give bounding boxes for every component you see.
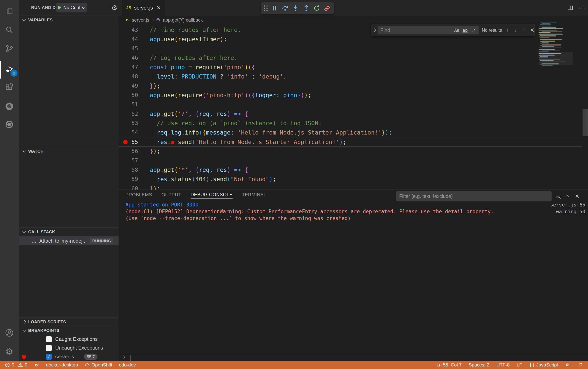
search-icon[interactable] [0,21,19,39]
kubernetes-icon[interactable] [0,98,19,115]
console-source-link[interactable]: server.js:65 [550,201,585,208]
source-control-icon[interactable] [0,40,19,57]
odo-dev-item[interactable]: odo-dev [119,362,136,368]
code-line-57[interactable]: 57 [119,156,582,165]
find-next-icon[interactable]: ↓ [514,27,517,33]
debug-status-icon[interactable] [34,362,40,368]
breakpoint-row[interactable]: Caught Exceptions [19,335,119,344]
code-line-53[interactable]: 53 // Use req.log (a `pino` instance) to… [119,119,582,128]
code-line-45[interactable]: 45 [119,44,582,53]
docker-context-item[interactable]: docker-desktop [46,362,78,368]
code-line-54[interactable]: 54 req.log.info({message: 'Hello from No… [119,128,582,137]
tab-server-js[interactable]: JS server.js ✕ [122,0,165,16]
regex-icon[interactable]: .* [470,27,477,33]
pause-icon[interactable] [271,4,279,12]
openshift-toolkit-icon[interactable] [0,116,19,133]
minimap[interactable] [539,22,573,142]
panel-tab-debug-console[interactable]: DEBUG CONSOLE [191,192,233,199]
breadcrumb[interactable]: JS server.js app.get('/') callback [119,16,588,24]
breakpoint-checkbox[interactable] [46,345,52,351]
breakpoints-section-header[interactable]: BREAKPOINTS [19,326,119,335]
find-close-icon[interactable]: ✕ [530,27,535,33]
code-line-51[interactable]: 51 [119,100,582,109]
cursor-position-item[interactable]: Ln 55, Col 7 [436,362,462,368]
launch-config-dropdown[interactable]: No Conf [56,3,87,12]
breakpoint-dot [22,355,26,359]
openshift-item[interactable]: OpenShift [85,362,112,368]
notifications-bell-icon[interactable] [578,362,583,368]
step-into-icon[interactable] [292,4,299,12]
javascript-file-icon: JS [126,5,132,10]
find-in-selection-icon[interactable]: ≡ [522,27,525,33]
find-input[interactable]: Find Aa ab .* [378,26,479,34]
code-line-48[interactable]: 48 level: PRODUCTION ? 'info' : 'debug', [119,72,582,81]
console-filter-input[interactable]: Filter (e.g. text, !exclude) [396,191,552,201]
close-tab-icon[interactable]: ✕ [156,5,161,11]
extensions-icon[interactable] [0,79,19,96]
find-collapse-icon[interactable] [371,29,378,31]
editor-scrollbar[interactable] [582,16,588,190]
editor-tab-bar: JS server.js ✕ ⋯ [119,0,588,16]
bottom-panel: PROBLEMSOUTPUTDEBUG CONSOLETERMINAL Filt… [119,190,588,361]
problems-indicator[interactable]: 0 0 [5,362,27,368]
variables-section-header[interactable]: VARIABLES [19,16,119,24]
loaded-scripts-section-header[interactable]: LOADED SCRIPTS [19,318,119,326]
breakpoint-dot[interactable] [123,140,128,144]
call-stack-section-header[interactable]: CALL STACK [19,227,119,236]
code-line-59[interactable]: 59 res.status(404).send("Not Found"); [119,174,582,184]
account-icon[interactable] [0,324,19,341]
breakpoint-checkbox[interactable]: ✓ [46,354,52,360]
code-line-56[interactable]: 56}); [119,147,582,156]
restart-icon[interactable] [313,4,321,12]
scrollbar-thumb[interactable] [583,109,588,136]
code-line-55[interactable]: 55 res.● send('Hello from Node.js Starte… [119,137,582,147]
panel-tab-problems[interactable]: PROBLEMS [125,192,152,199]
editor-more-actions-icon[interactable]: ⋯ [579,4,585,12]
drag-handle-icon[interactable] [264,5,268,11]
disconnect-icon[interactable] [323,4,331,12]
debug-console-input[interactable] [119,354,588,361]
indentation-item[interactable]: Spaces: 2 [469,362,489,368]
sidebar-title: RUN AND D... [31,5,60,10]
watch-section-header[interactable]: WATCH [19,147,119,155]
eol-item[interactable]: LF [517,362,522,368]
step-out-icon[interactable] [302,4,310,12]
step-over-icon[interactable] [281,4,289,12]
breakpoint-location-badge: 55:7 [84,354,97,360]
code-line-47[interactable]: 47const pino = require('pino')({ [119,63,582,72]
console-prompt-icon [123,355,125,359]
code-line-60[interactable]: 60}); [119,184,582,190]
code-line-49[interactable]: 49}); [119,81,582,91]
match-case-icon[interactable]: Aa [453,27,461,33]
find-previous-icon[interactable]: ↑ [506,27,509,33]
split-editor-icon[interactable] [567,4,574,11]
panel-tab-output[interactable]: OUTPUT [161,192,181,199]
close-panel-icon[interactable]: ✕ [575,193,579,199]
vscode-window: 1 ⚙ RUN AND D... No Conf ⚙ ⋯ [0,0,588,369]
settings-gear-icon[interactable]: ⚙ [0,343,19,360]
code-line-50[interactable]: 50app.use(require('pino-http')({logger: … [119,91,582,100]
errors-icon [5,362,10,368]
feedback-icon[interactable] [565,362,570,368]
encoding-item[interactable]: UTF-8 [496,362,510,368]
breakpoint-checkbox[interactable] [46,336,52,342]
start-debug-icon[interactable] [58,6,61,10]
explorer-icon[interactable] [0,3,19,20]
console-source-link[interactable]: warning:50 [556,208,585,215]
code-line-52[interactable]: 52app.get('/', (req, res) => { [119,109,582,119]
chevron-down-icon [22,18,26,21]
text-cursor [130,355,131,361]
call-stack-session-row[interactable]: Attach to 'my-nodej... RUNNING [19,236,119,245]
breakpoint-row[interactable]: Uncaught Exceptions [19,344,119,352]
code-line-58[interactable]: 58app.get('*', (req, res) => { [119,165,582,174]
breakpoint-row[interactable]: ✓server.js55:7 [19,352,119,361]
running-status-badge: RUNNING [90,238,113,244]
whole-word-icon[interactable]: ab [461,27,469,33]
code-line-46[interactable]: 46// Log routes after here. [119,53,582,63]
language-mode-item[interactable]: {} JavaScript [529,362,558,368]
panel-tab-terminal[interactable]: TERMINAL [242,192,266,199]
console-row: (node:61) [DEP0152] DeprecationWarning: … [125,208,585,215]
clear-console-icon[interactable]: ≡✕ [556,193,559,199]
maximize-panel-icon[interactable] [565,195,569,198]
debug-settings-gear-icon[interactable]: ⚙ [111,4,117,11]
